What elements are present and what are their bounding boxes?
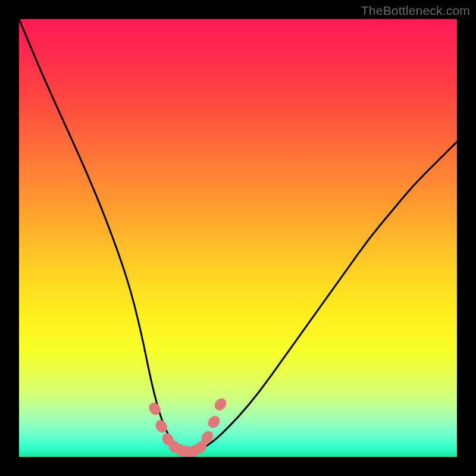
annotation-dots — [146, 396, 228, 457]
curves-layer — [19, 19, 457, 457]
chart-frame: TheBottleneck.com — [0, 0, 476, 476]
watermark-text: TheBottleneck.com — [361, 4, 470, 18]
bottleneck-curve-path — [19, 19, 457, 453]
annotation-dot — [212, 396, 229, 412]
plot-area — [19, 19, 457, 457]
annotation-dot — [206, 414, 223, 430]
bottleneck-curve — [19, 19, 457, 453]
